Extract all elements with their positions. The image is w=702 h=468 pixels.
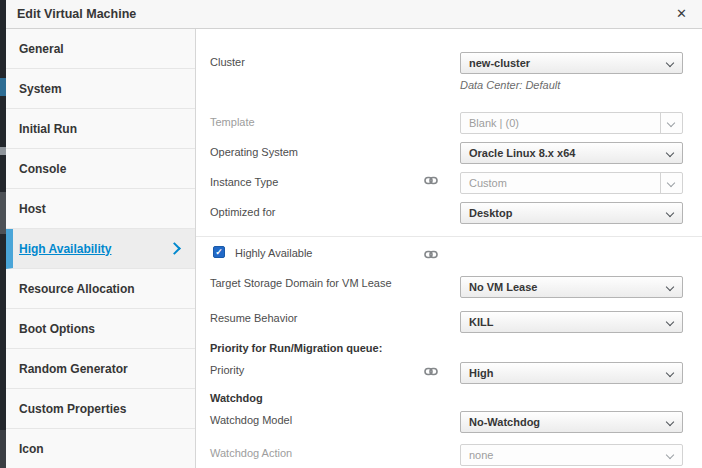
chevron-down-icon	[667, 179, 675, 187]
priority-select[interactable]: High	[460, 362, 683, 384]
vm-lease-select[interactable]: No VM Lease	[460, 276, 683, 298]
vm-lease-label: Target Storage Domain for VM Lease	[210, 277, 392, 289]
watchdog-action-label: Watchdog Action	[210, 447, 292, 459]
sidebar-item-host[interactable]: Host	[6, 189, 195, 229]
sidebar-item-label: High Availability	[19, 242, 111, 256]
caret-box	[660, 113, 682, 133]
resume-behavior-select[interactable]: KILL	[460, 311, 683, 333]
sidebar-item-system[interactable]: System	[6, 69, 195, 109]
sidebar-item-label: System	[19, 82, 62, 96]
watchdog-section-heading: Watchdog	[210, 392, 263, 404]
select-value: Desktop	[461, 203, 682, 223]
sidebar-item-label: Boot Options	[19, 322, 95, 336]
optimized-for-select[interactable]: Desktop	[460, 202, 683, 224]
cluster-select[interactable]: new-cluster	[460, 52, 683, 74]
sidebar-item-initial-run[interactable]: Initial Run	[6, 109, 195, 149]
template-label: Template	[210, 116, 255, 128]
select-value: No-Watchdog	[461, 412, 682, 432]
sidebar-item-label: Custom Properties	[19, 402, 126, 416]
dialog-header: Edit Virtual Machine	[6, 0, 702, 29]
sidebar-item-random-generator[interactable]: Random Generator	[6, 349, 195, 389]
sidebar-item-label: Initial Run	[19, 122, 77, 136]
sidebar-item-custom-properties[interactable]: Custom Properties	[6, 389, 195, 429]
sidebar-item-label: Resource Allocation	[19, 282, 135, 296]
sidebar-item-general[interactable]: General	[6, 29, 195, 69]
cluster-label: Cluster	[210, 56, 245, 68]
instance-type-select: Custom	[460, 172, 683, 194]
caret-box	[660, 173, 682, 193]
watchdog-action-select: none	[460, 444, 683, 466]
sidebar-item-label: Random Generator	[19, 362, 128, 376]
sidebar-item-label: Console	[19, 162, 66, 176]
link-icon	[424, 366, 438, 375]
link-icon	[424, 249, 438, 258]
watchdog-model-label: Watchdog Model	[210, 414, 292, 426]
optimized-for-label: Optimized for	[210, 206, 275, 218]
check-icon: ✓	[215, 247, 223, 257]
sidebar-item-label: Host	[19, 202, 46, 216]
sidebar-item-label: General	[19, 42, 64, 56]
chevron-down-icon	[667, 119, 675, 127]
dialog-title: Edit Virtual Machine	[17, 7, 136, 21]
link-icon	[424, 175, 438, 184]
select-value: Blank | (0)	[461, 113, 682, 133]
priority-label: Priority	[210, 364, 244, 376]
select-value: none	[461, 445, 682, 465]
chevron-right-icon	[168, 242, 181, 255]
priority-section-heading: Priority for Run/Migration queue:	[210, 342, 382, 354]
sidebar-item-high-availability[interactable]: High Availability	[6, 229, 195, 269]
operating-system-select[interactable]: Oracle Linux 8.x x64	[460, 142, 683, 164]
template-select: Blank | (0)	[460, 112, 683, 134]
data-center-note: Data Center: Default	[460, 79, 560, 91]
operating-system-label: Operating System	[210, 146, 298, 158]
sidebar-item-label: Icon	[19, 442, 44, 456]
resume-behavior-label: Resume Behavior	[210, 312, 297, 324]
watchdog-model-select[interactable]: No-Watchdog	[460, 411, 683, 433]
form-panel: Cluster new-cluster Data Center: Default…	[196, 29, 702, 468]
highly-available-checkbox[interactable]: ✓	[213, 246, 225, 258]
sidebar-item-icon[interactable]: Icon	[6, 429, 195, 468]
select-value: new-cluster	[461, 53, 682, 73]
close-icon[interactable]: ✕	[672, 4, 691, 23]
select-value: Oracle Linux 8.x x64	[461, 143, 682, 163]
sidebar-item-boot-options[interactable]: Boot Options	[6, 309, 195, 349]
edit-vm-dialog: Edit Virtual Machine ✕ General System In…	[6, 0, 702, 468]
select-value: KILL	[461, 312, 682, 332]
instance-type-label: Instance Type	[210, 176, 278, 188]
select-value: No VM Lease	[461, 277, 682, 297]
highly-available-label: Highly Available	[235, 247, 312, 259]
sidebar: General System Initial Run Console Host …	[6, 29, 196, 468]
sidebar-item-console[interactable]: Console	[6, 149, 195, 189]
select-value: Custom	[461, 173, 682, 193]
select-value: High	[461, 363, 682, 383]
section-divider	[196, 236, 702, 237]
sidebar-item-resource-allocation[interactable]: Resource Allocation	[6, 269, 195, 309]
